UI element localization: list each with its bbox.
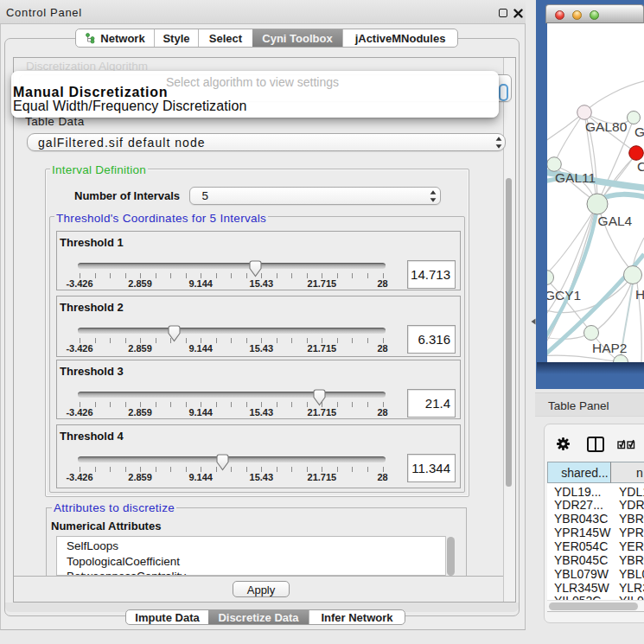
svg-text:GAL80: GAL80 bbox=[585, 119, 628, 134]
svg-text:GCY1: GCY1 bbox=[547, 288, 581, 303]
svg-text:GAL11: GAL11 bbox=[555, 170, 596, 185]
svg-text:GAL4: GAL4 bbox=[598, 214, 633, 228]
svg-text:H: H bbox=[635, 287, 644, 302]
svg-text:HAP2: HAP2 bbox=[592, 341, 628, 355]
svg-text:C: C bbox=[637, 159, 644, 174]
svg-text:GA: GA bbox=[634, 124, 644, 139]
